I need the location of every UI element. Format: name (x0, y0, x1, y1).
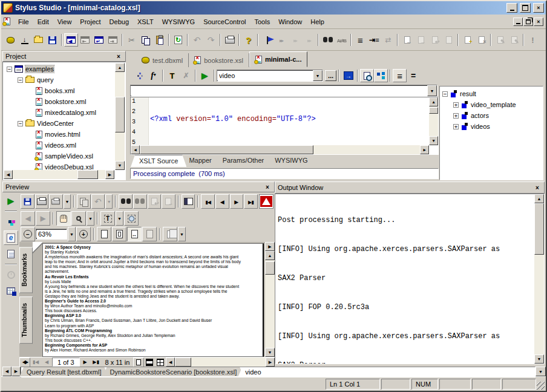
find-text-icon[interactable] (119, 194, 133, 209)
fit-width-icon[interactable] (127, 227, 142, 241)
expand-icon[interactable] (453, 113, 459, 119)
edit-template-icon[interactable] (493, 33, 507, 47)
mapper-icon[interactable] (133, 69, 146, 82)
run-preview-icon[interactable] (4, 194, 18, 208)
scroll-right-icon[interactable] (266, 358, 275, 367)
preview-result-icon[interactable] (360, 69, 374, 82)
scroll-tabs-right-icon[interactable] (11, 367, 21, 376)
replace-icon[interactable] (335, 33, 349, 47)
export-table-icon[interactable] (4, 284, 18, 298)
scroll-tabs-left-icon[interactable] (2, 367, 11, 376)
scroll-down-icon[interactable] (536, 367, 546, 376)
map-both-icon[interactable] (414, 33, 428, 47)
tab-query-result[interactable]: Query Result [test.dbxml] (19, 367, 109, 377)
continuous-view-icon[interactable] (142, 227, 157, 241)
scroll-thumb[interactable] (175, 358, 191, 367)
tab-minimal-catalog-xsl[interactable]: minimal-c... (249, 51, 308, 67)
refresh-document-icon[interactable] (171, 33, 185, 47)
copy-output-icon[interactable] (77, 194, 91, 209)
scroll-left-icon[interactable] (131, 145, 140, 154)
cut-icon[interactable] (125, 33, 139, 47)
tree-item-movies-html[interactable]: movies.html (4, 129, 114, 140)
project-vertical-scrollbar[interactable] (115, 63, 125, 170)
scroll-right-icon[interactable] (105, 170, 114, 179)
tree-item-videos[interactable]: videos (441, 121, 542, 132)
tree-view-icon[interactable] (4, 214, 18, 229)
show-tree-icon[interactable] (374, 69, 388, 82)
minimize-button[interactable] (506, 3, 517, 13)
menu-wysiwyg[interactable]: WYSIWYG (158, 16, 199, 27)
save-output-icon[interactable] (21, 194, 34, 209)
continuous-layout-icon[interactable] (144, 358, 155, 367)
navigate-forward-icon[interactable] (36, 211, 50, 226)
convert-icon[interactable] (274, 33, 288, 47)
next-page-icon[interactable]: ▶ (80, 358, 91, 367)
paste-icon[interactable] (152, 33, 166, 47)
menu-sourcecontrol[interactable]: SourceControl (199, 16, 250, 27)
menu-view[interactable]: View (53, 16, 76, 27)
chevron-down-icon[interactable]: ▼ (313, 70, 323, 81)
tab-params-other[interactable]: Params/Other (214, 155, 272, 167)
chevron-down-icon[interactable]: ▼ (427, 85, 437, 96)
scroll-left-icon[interactable] (4, 170, 13, 179)
redo-icon[interactable] (204, 33, 218, 47)
previous-view-icon[interactable] (148, 194, 162, 209)
chevron-down-icon[interactable]: ▼ (178, 227, 186, 241)
scroll-down-icon[interactable] (265, 348, 275, 357)
scroll-down-icon[interactable] (534, 354, 544, 364)
scroll-down-icon[interactable] (115, 161, 125, 170)
resize-grip[interactable] (537, 382, 545, 390)
mdi-minimize-button[interactable] (513, 18, 523, 26)
tab-test-dbxml[interactable]: test.dbxml (136, 53, 189, 67)
output-vertical-scrollbar[interactable] (534, 194, 544, 364)
collapse-icon[interactable] (442, 91, 448, 97)
convert-back-icon[interactable] (288, 33, 302, 47)
zoom-level-box[interactable] (36, 229, 67, 240)
tree-item-samplevideo-xsl[interactable]: sampleVideo.xsl (4, 151, 114, 162)
scroll-left-icon[interactable] (166, 358, 175, 367)
chevron-down-icon[interactable]: ▼ (87, 211, 94, 226)
preview-close-icon[interactable]: × (263, 183, 272, 191)
tree-item-examples[interactable]: examples (4, 64, 114, 74)
scroll-right-icon[interactable] (420, 145, 429, 154)
adobe-acrobat-icon[interactable] (259, 194, 274, 209)
expand-icon[interactable] (453, 102, 459, 108)
maximize-button[interactable] (520, 3, 531, 13)
first-page-icon[interactable]: ▮◀ (30, 358, 41, 367)
output-close-icon[interactable]: × (533, 184, 542, 192)
zoom-tool-icon[interactable] (71, 211, 86, 226)
zoom-out-icon[interactable] (21, 227, 35, 241)
open-folder-icon[interactable] (31, 33, 45, 47)
scroll-up-icon[interactable] (265, 251, 275, 260)
print-output-icon[interactable] (35, 194, 49, 209)
multi-page-icon[interactable] (163, 227, 177, 241)
save-icon[interactable] (45, 33, 59, 47)
indent-icon[interactable] (367, 33, 381, 47)
output-log[interactable]: Post processing starting... [INFO] Using… (275, 194, 545, 364)
page-indicator[interactable]: 1 of 3 (52, 358, 80, 367)
tab-bookmarks[interactable]: Bookmarks (19, 247, 33, 293)
window-previous-icon[interactable] (64, 33, 78, 47)
tab-bookstore-xsl[interactable]: bookstore.xsl (189, 53, 249, 67)
add-mapping-icon[interactable] (460, 33, 474, 47)
tab-mapper[interactable]: Mapper (180, 155, 220, 167)
first-page-icon[interactable] (201, 194, 215, 209)
scroll-up-icon[interactable] (534, 194, 544, 203)
last-page-icon[interactable] (244, 194, 258, 209)
graphics-select-tool-icon[interactable] (124, 211, 139, 226)
close-button[interactable]: × (533, 3, 544, 13)
zoom-in-icon[interactable] (76, 227, 91, 241)
map-source-icon[interactable] (400, 33, 414, 47)
scroll-down-icon[interactable] (429, 136, 438, 145)
collapse-icon[interactable] (18, 121, 23, 126)
menu-help[interactable]: Help (306, 16, 329, 27)
delete-mapping-icon[interactable] (474, 33, 488, 47)
menu-file[interactable]: File (14, 16, 33, 27)
undo-output-icon[interactable] (91, 194, 105, 209)
facing-layout-icon[interactable] (155, 358, 166, 367)
single-page-layout-icon[interactable] (133, 358, 144, 367)
tree-item-actors[interactable]: actors (441, 110, 542, 121)
window-locked-icon[interactable] (106, 33, 120, 47)
database-icon[interactable] (4, 33, 18, 47)
tab-wysiwyg[interactable]: WYSIWYG (266, 155, 316, 167)
